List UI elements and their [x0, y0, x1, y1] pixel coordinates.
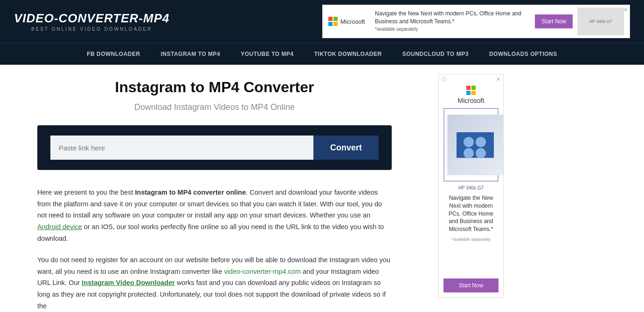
ad-laptop-image: HP 340s G7: [577, 7, 624, 35]
instagram-video-downloader-link[interactable]: Instagram Video Downloader: [82, 279, 175, 286]
body-text-1-pre: Here we present to you the best: [37, 189, 135, 196]
page-layout: Instagram to MP4 Converter Download Inst…: [0, 65, 644, 312]
laptop-faces: [464, 137, 487, 153]
logo: VIDEO-CONVERTER-MP4 BEST ONLINE VIDEO DO…: [14, 11, 169, 32]
sidebar-brand-name: Microsoft: [458, 97, 485, 104]
face-4: [476, 148, 486, 158]
convert-button[interactable]: Convert: [313, 136, 379, 160]
page-title: Instagram to MP4 Converter: [37, 79, 392, 96]
nav-instagram-mp4[interactable]: INSTAGRAM TO MP4: [151, 43, 231, 65]
sidebar-ad-model: HP 340s G7: [458, 185, 484, 190]
site-header: VIDEO-CONVERTER-MP4 BEST ONLINE VIDEO DO…: [0, 0, 644, 43]
face-3: [464, 148, 474, 158]
body-paragraph-1: Here we present to you the best Instagra…: [37, 187, 392, 244]
ad-close-icon[interactable]: ✕: [623, 7, 628, 13]
body-text-1-post2: or an IOS, our tool works perfectly fine…: [37, 223, 384, 242]
sidebar-ad-close-icon[interactable]: ✕: [496, 76, 500, 82]
sidebar-ad-info-icon[interactable]: ⓘ: [442, 76, 446, 83]
nav-soundcloud-mp3[interactable]: SOUNDCLOUD TO MP3: [392, 43, 479, 65]
main-nav: FB DOWNLOADER INSTAGRAM TO MP4 YOUTUBE T…: [0, 43, 644, 65]
page-subtitle: Download Instagram Videos to MP4 Online: [37, 102, 392, 112]
nav-downloads-options[interactable]: DOWNLOADS OPTIONS: [479, 43, 568, 65]
ad-fine-print: *available separately: [375, 27, 418, 32]
logo-title: VIDEO-CONVERTER-MP4: [14, 11, 169, 26]
ad-brand-name: Microsoft: [340, 18, 365, 25]
laptop-screen: [457, 132, 494, 158]
url-input[interactable]: [50, 136, 313, 160]
sidebar-ad-headline: Navigate the New Next with modern PCs, O…: [443, 194, 499, 233]
logo-subtitle: BEST ONLINE VIDEO DOWNLOADER: [31, 27, 152, 32]
sidebar: ⓘ ✕ Microsoft: [420, 65, 522, 312]
header-ad-banner: ✕ Microsoft Navigate the New Next with m…: [322, 5, 630, 38]
site-link[interactable]: video-converter-mp4.com: [224, 268, 301, 275]
sidebar-laptop-border: [443, 108, 499, 182]
face-1: [464, 137, 474, 147]
main-content: Instagram to MP4 Converter Download Inst…: [0, 65, 420, 312]
ad-logo: Microsoft: [328, 17, 370, 26]
nav-tiktok-downloader[interactable]: TIKTOK DOWNLOADER: [304, 43, 392, 65]
nav-fb-downloader[interactable]: FB DOWNLOADER: [76, 43, 151, 65]
sidebar-ms-logo: Microsoft: [458, 86, 485, 104]
body-text-1-bold: Instagram to MP4 converter online: [135, 189, 246, 196]
body-paragraph-2: You do not need to register for an accou…: [37, 254, 392, 312]
microsoft-grid-icon: [328, 17, 338, 26]
ad-headline: Navigate the New Next with modern PCs, O…: [375, 10, 521, 25]
ad-text: Navigate the New Next with modern PCs, O…: [375, 10, 530, 33]
nav-youtube-mp4[interactable]: YOUTUBE TO MP4: [230, 43, 304, 65]
face-2: [476, 137, 486, 147]
sidebar-laptop-image: [447, 115, 503, 175]
sidebar-ad-fine-print: *available separately: [451, 237, 490, 242]
converter-box: Convert: [37, 125, 392, 170]
ad-cta-button[interactable]: Start Now: [535, 14, 573, 28]
sidebar-ad: ⓘ ✕ Microsoft: [438, 74, 504, 298]
ad-model-label: HP 340s G7: [589, 19, 612, 24]
sidebar-ms-grid-icon: [466, 86, 476, 95]
sidebar-cta-button[interactable]: Start Now: [443, 278, 499, 292]
android-device-link[interactable]: Android device: [37, 223, 82, 231]
